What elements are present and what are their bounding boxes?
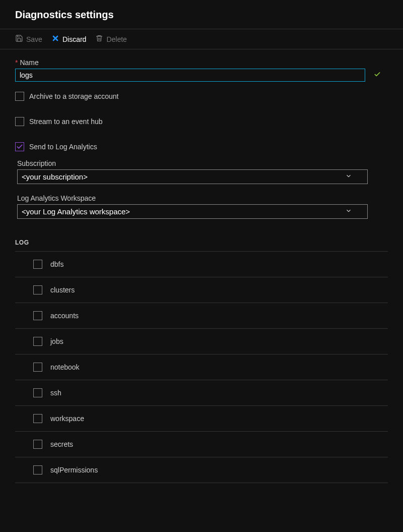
- log-row: secrets: [15, 431, 388, 457]
- log-checkbox[interactable]: [33, 388, 42, 397]
- discard-label: Discard: [62, 35, 86, 43]
- log-list: dbfsclustersaccountsjobsnotebooksshworks…: [15, 251, 388, 483]
- log-label: jobs: [50, 337, 63, 345]
- log-row: sqlPermissions: [15, 457, 388, 483]
- archive-row: Archive to a storage account: [15, 92, 388, 101]
- log-label: accounts: [50, 312, 79, 320]
- discard-button[interactable]: Discard: [51, 34, 86, 44]
- log-label: sqlPermissions: [50, 466, 98, 474]
- log-row: clusters: [15, 277, 388, 303]
- valid-check-icon: [374, 71, 381, 80]
- log-row: ssh: [15, 380, 388, 405]
- log-row: dbfs: [15, 251, 388, 277]
- workspace-select[interactable]: <your Log Analytics workspace>: [17, 204, 368, 219]
- subscription-value: <your subscription>: [22, 172, 88, 181]
- log-label: secrets: [50, 440, 73, 448]
- sendlog-checkbox[interactable]: [15, 142, 24, 151]
- chevron-down-icon: [345, 172, 352, 181]
- log-section: LOG dbfsclustersaccountsjobsnotebooksshw…: [15, 239, 388, 483]
- log-checkbox[interactable]: [33, 311, 42, 320]
- stream-label: Stream to an event hub: [29, 117, 103, 126]
- log-label: clusters: [50, 286, 75, 294]
- page-title: Diagnostics settings: [15, 9, 388, 21]
- archive-checkbox[interactable]: [15, 92, 24, 101]
- name-label: Name: [20, 58, 38, 67]
- required-indicator: *: [15, 58, 18, 67]
- log-checkbox[interactable]: [33, 414, 42, 423]
- subscription-select[interactable]: <your subscription>: [17, 169, 368, 184]
- workspace-value: <your Log Analytics workspace>: [22, 207, 130, 216]
- log-checkbox[interactable]: [33, 260, 42, 269]
- save-label: Save: [26, 35, 42, 43]
- trash-icon: [95, 34, 103, 44]
- subscription-label: Subscription: [17, 159, 388, 167]
- log-row: workspace: [15, 405, 388, 431]
- log-label: ssh: [50, 389, 61, 397]
- log-label: dbfs: [50, 260, 63, 268]
- stream-row: Stream to an event hub: [15, 117, 388, 126]
- form-content: * Name Archive to a storage account Stre…: [0, 49, 403, 483]
- subscription-group: Subscription <your subscription>: [17, 159, 388, 184]
- save-icon: [15, 34, 23, 44]
- save-button[interactable]: Save: [15, 34, 42, 44]
- log-row: notebook: [15, 354, 388, 380]
- log-checkbox[interactable]: [33, 440, 42, 449]
- archive-label: Archive to a storage account: [29, 92, 118, 100]
- sendlog-label: Send to Log Analytics: [29, 143, 97, 151]
- workspace-label: Log Analytics Workspace: [17, 194, 388, 202]
- name-input[interactable]: [15, 69, 365, 82]
- delete-label: Delete: [106, 35, 126, 43]
- log-checkbox[interactable]: [33, 285, 42, 294]
- delete-button[interactable]: Delete: [95, 34, 126, 44]
- log-checkbox[interactable]: [33, 465, 42, 475]
- log-row: accounts: [15, 303, 388, 328]
- chevron-down-icon: [345, 207, 352, 216]
- discard-icon: [51, 34, 59, 44]
- name-input-wrap: [15, 69, 388, 82]
- log-heading: LOG: [15, 239, 388, 251]
- log-label: notebook: [50, 363, 80, 371]
- stream-checkbox[interactable]: [15, 117, 24, 126]
- log-checkbox[interactable]: [33, 363, 42, 372]
- log-label: workspace: [50, 415, 84, 423]
- name-label-row: * Name: [15, 58, 388, 67]
- sendlog-row: Send to Log Analytics: [15, 142, 388, 151]
- page-header: Diagnostics settings: [0, 0, 403, 29]
- log-row: jobs: [15, 328, 388, 354]
- log-analytics-subsection: Subscription <your subscription> Log Ana…: [15, 159, 388, 219]
- workspace-group: Log Analytics Workspace <your Log Analyt…: [17, 194, 388, 219]
- toolbar: Save Discard Delete: [0, 29, 403, 49]
- log-checkbox[interactable]: [33, 337, 42, 346]
